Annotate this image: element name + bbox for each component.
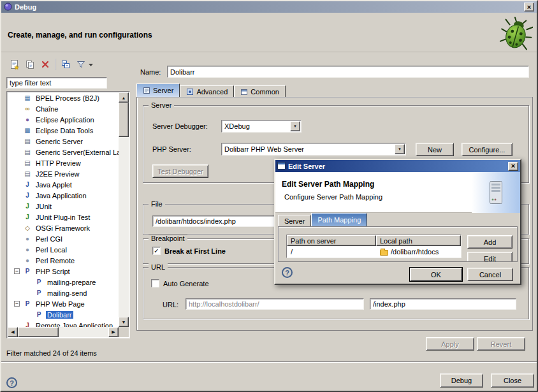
tree-item-label: Chaîne <box>34 105 59 113</box>
php-file-icon: P <box>34 289 43 296</box>
tab-common[interactable]: Common <box>234 85 286 97</box>
url-base-field[interactable]: http://localhostdolibarr/ <box>185 298 364 310</box>
window-title: Debug <box>15 3 36 11</box>
debug-button[interactable]: Debug <box>440 374 483 388</box>
auto-generate-checkbox[interactable] <box>151 279 159 287</box>
tree-vertical-scrollbar[interactable]: ▲ ▼ <box>119 92 129 327</box>
tree-item-j2ee-preview[interactable]: ▤J2EE Preview <box>8 168 119 179</box>
tree-item-label: Eclipse Application <box>34 116 96 124</box>
tree-item-mailing-send[interactable]: Pmailing-send <box>8 287 119 298</box>
tree-item-junit[interactable]: JJUnit <box>8 201 119 212</box>
add-button[interactable]: Add <box>467 235 513 249</box>
window-close-button[interactable]: × <box>524 3 534 11</box>
revert-button[interactable]: Revert <box>477 337 525 351</box>
server-debugger-combo[interactable]: XDebug ▼ <box>221 120 302 133</box>
scroll-up-icon[interactable]: ▲ <box>119 92 129 103</box>
break-at-first-line-checkbox[interactable]: ✓ <box>152 247 161 255</box>
close-icon: × <box>527 4 531 11</box>
chevron-down-icon[interactable]: ▼ <box>290 121 300 131</box>
perl-icon: ● <box>23 246 32 253</box>
scroll-left-icon[interactable]: ◀ <box>8 327 18 337</box>
apply-button[interactable]: Apply <box>426 337 474 351</box>
dialog-titlebar[interactable]: Edit Server × <box>275 160 520 172</box>
tree-item-remote-java-application[interactable]: JRemote Java Application <box>8 320 119 327</box>
break-at-first-line-label: Break at First Line <box>164 247 226 255</box>
tab-advanced[interactable]: Advanced <box>180 85 234 97</box>
php-server-combo[interactable]: Dolibarr PHP Web Server ▼ <box>221 143 406 156</box>
toolbar-menu-button[interactable] <box>87 57 94 71</box>
collapse-handle-icon[interactable]: − <box>14 268 20 274</box>
delete-button[interactable] <box>38 57 52 71</box>
chevron-down-icon[interactable]: ▼ <box>395 144 405 154</box>
tree-item-dolibarr[interactable]: PDolibarr <box>8 309 119 320</box>
tree-item-perl-cgi[interactable]: ●Perl CGI <box>8 233 119 244</box>
tree-item-php-web-page[interactable]: −PPHP Web Page <box>8 298 119 309</box>
dialog-tab-server[interactable]: Server <box>278 215 311 226</box>
breakpoint-group-title: Breakpoint <box>149 235 187 242</box>
tree-item-junit-plug-in-test[interactable]: JJUnit Plug-in Test <box>8 212 119 222</box>
tree-item-http-preview[interactable]: ▤HTTP Preview <box>8 157 119 168</box>
tree-item-php-script[interactable]: −PPHP Script <box>8 266 119 277</box>
tree-item-label: Remote Java Application <box>34 322 114 328</box>
tree-item-generic-server[interactable]: ▤Generic Server <box>8 136 119 147</box>
dialog-close-button[interactable]: × <box>508 162 518 171</box>
dialog-tab-path-mapping[interactable]: Path Mapping <box>311 213 367 226</box>
new-button[interactable]: New <box>416 143 454 156</box>
tree-item-eclipse-data-tools[interactable]: ▦Eclipse Data Tools <box>8 125 119 136</box>
server-icon: ▤ <box>23 149 32 156</box>
window-titlebar[interactable]: Debug × <box>1 1 537 13</box>
tree-horizontal-scrollbar[interactable]: ◀ ▶ <box>8 327 119 337</box>
perl-icon: ● <box>23 257 32 264</box>
server-debugger-label: Server Debugger: <box>152 122 208 130</box>
ok-button[interactable]: OK <box>410 268 462 281</box>
mapping-row[interactable]: //dolibarr/htdocs <box>287 246 461 258</box>
filter-input[interactable] <box>6 77 107 89</box>
duplicate-button[interactable] <box>23 57 37 71</box>
collapse-all-button[interactable] <box>59 57 73 71</box>
tree-item-cha-ne[interactable]: ∞Chaîne <box>8 103 119 114</box>
horizontal-scroll-thumb[interactable] <box>18 327 59 337</box>
close-button[interactable]: Close <box>491 374 534 388</box>
tree-item-label: Eclipse Data Tools <box>34 127 94 134</box>
tree-item-java-applet[interactable]: JJava Applet <box>8 179 119 190</box>
tree-item-java-application[interactable]: JJava Application <box>8 190 119 201</box>
tab-label: Server <box>153 87 173 94</box>
config-tree[interactable]: ▦BPEL Process (B2J)∞Chaîne●Eclipse Appli… <box>8 92 119 327</box>
tree-item-mailing-prepare[interactable]: Pmailing-prepare <box>8 277 119 287</box>
tree-item-perl-remote[interactable]: ●Perl Remote <box>8 255 119 266</box>
tree-item-label: HTTP Preview <box>34 159 82 167</box>
collapse-handle-icon[interactable]: − <box>14 301 20 307</box>
junit-plugin-icon: J <box>23 214 32 221</box>
tree-item-generic-server-external-la[interactable]: ▤Generic Server(External La <box>8 147 119 157</box>
new-configuration-button[interactable] <box>8 57 22 71</box>
tree-item-eclipse-application[interactable]: ●Eclipse Application <box>8 114 119 125</box>
file-group-title: File <box>149 200 165 208</box>
path-on-server-column-header[interactable]: Path on server <box>287 235 376 246</box>
server-icon: ▤ <box>23 138 32 145</box>
scroll-right-icon[interactable]: ▶ <box>108 327 119 337</box>
remote-java-icon: J <box>23 322 32 327</box>
common-tab-icon <box>240 88 248 96</box>
vertical-scroll-thumb[interactable] <box>119 103 129 137</box>
tree-item-bpel-process-b2j[interactable]: ▦BPEL Process (B2J) <box>8 92 119 103</box>
local-path-column-header[interactable]: Local path <box>376 235 461 246</box>
url-file-field[interactable] <box>370 298 516 310</box>
dialog-button-bar: ? OK Cancel <box>275 262 520 284</box>
edit-button[interactable]: Edit <box>467 252 513 262</box>
help-icon[interactable]: ? <box>6 377 17 388</box>
tree-item-perl-local[interactable]: ●Perl Local <box>8 244 119 255</box>
scroll-down-icon[interactable]: ▼ <box>119 317 129 327</box>
cancel-button[interactable]: Cancel <box>467 268 513 281</box>
name-input[interactable] <box>167 66 529 78</box>
tree-item-label: Perl Local <box>34 246 68 254</box>
tab-server[interactable]: Server <box>136 83 180 97</box>
path-on-server-cell: / <box>287 246 376 258</box>
test-debugger-button[interactable]: Test Debugger <box>152 164 208 178</box>
table-header-row: Path on server Local path <box>287 235 461 246</box>
dialog-help-icon[interactable]: ? <box>282 267 293 278</box>
filter-button[interactable] <box>74 57 88 71</box>
dialog-heading: Edit Server Path Mapping <box>282 180 374 189</box>
tree-item-label: J2EE Preview <box>34 170 80 178</box>
configure-button[interactable]: Configure... <box>462 143 513 156</box>
tree-item-osgi-framework[interactable]: ◇OSGi Framework <box>8 222 119 233</box>
